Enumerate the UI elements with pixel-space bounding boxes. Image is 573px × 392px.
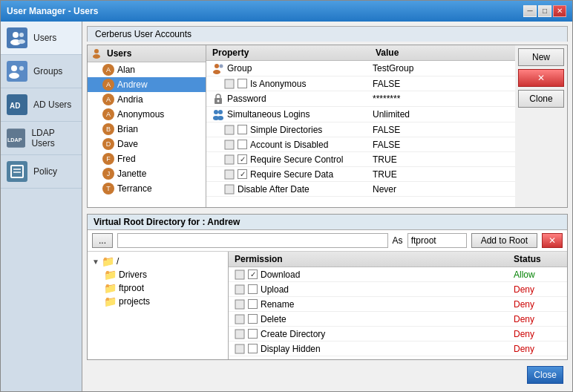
user-list-scroll[interactable]: A Alan A Andrew A Andria A (88, 62, 206, 207)
svg-point-7 (9, 73, 19, 79)
sidebar-item-ldap-users[interactable]: LDAP LDAP Users (1, 122, 82, 155)
remove-root-icon: ✕ (549, 235, 556, 246)
prop-name-group: Group (206, 61, 370, 76)
sidebar-item-ad-users[interactable]: AD AD Users (1, 88, 82, 122)
svg-rect-35 (235, 285, 244, 294)
prop-row-secure-control: Require Secure Control TRUE (206, 152, 515, 167)
prop-row-simple-dirs: Simple Directories FALSE (206, 122, 515, 137)
property-col-header: Property (206, 48, 370, 58)
main-window: User Manager - Users ─ □ ✕ Users (0, 0, 573, 392)
sidebar-label-users: Users (33, 33, 56, 43)
left-sidebar: Users Groups AD AD Users (1, 22, 82, 391)
avatar: J (102, 168, 114, 180)
clone-button[interactable]: Clone (518, 90, 564, 108)
svg-rect-39 (235, 344, 244, 353)
user-list-container: Users A Alan A Andrew A Andri (88, 45, 206, 207)
users-icon (7, 27, 27, 48)
title-bar-controls: ─ □ ✕ (523, 5, 566, 17)
prop-name-simple-dirs: Simple Directories (206, 123, 370, 137)
browse-button[interactable]: ... (92, 233, 113, 248)
tree-label-ftproot: ftproot (119, 283, 144, 293)
delete-icon: ✕ (537, 73, 545, 83)
sidebar-item-users[interactable]: Users (1, 22, 82, 55)
right-buttons: New ✕ Clone (515, 45, 567, 207)
list-item[interactable]: A Andria (88, 92, 206, 107)
prop-name-anonymous: Is Anonymous (206, 77, 370, 91)
prop-icon-secure-data (224, 169, 235, 180)
checkbox-upload[interactable] (248, 284, 258, 294)
tree-item-root[interactable]: ▼ 📁 / (91, 255, 225, 268)
perm-name-rename: Rename (229, 298, 508, 311)
perm-name-download: Download (229, 268, 508, 281)
prop-value-disable-date: Never (370, 183, 515, 196)
tree-label-drivers: Drivers (119, 270, 147, 280)
checkbox-create-dir[interactable] (248, 329, 258, 339)
path-input[interactable] (117, 233, 388, 248)
svg-rect-22 (225, 79, 234, 88)
close-button[interactable]: Close (527, 366, 563, 384)
perm-name-upload: Upload (229, 283, 508, 296)
prop-row-secure-data: Require Secure Data TRUE (206, 167, 515, 182)
svg-point-20 (213, 70, 220, 74)
prop-icon-simpledir (224, 125, 235, 135)
tree-item-ftproot[interactable]: 📁 ftproot (102, 281, 225, 295)
checkbox-display-hidden[interactable] (248, 344, 258, 353)
svg-text:AD: AD (10, 102, 20, 110)
checkbox-delete[interactable] (248, 314, 258, 324)
checkbox-secure-control[interactable] (238, 154, 247, 164)
prop-value-secure-control: TRUE (370, 153, 515, 166)
new-button[interactable]: New (518, 48, 564, 66)
add-root-button[interactable]: Add to Root (471, 233, 537, 248)
checkbox-download[interactable] (248, 270, 258, 279)
ad-icon: AD (7, 94, 27, 115)
bottom-bar: Close (87, 363, 568, 387)
users-list-icon (92, 48, 104, 59)
list-item[interactable]: A Andrew (88, 77, 206, 92)
sidebar-label-ldap: LDAP Users (31, 128, 76, 148)
svg-point-21 (220, 65, 223, 68)
list-item[interactable]: T Terrance (88, 181, 206, 196)
list-item[interactable]: A Alan (88, 62, 206, 77)
window-close-button[interactable]: ✕ (553, 5, 566, 17)
delete-button[interactable]: ✕ (518, 69, 564, 87)
checkbox-disabled[interactable] (238, 140, 247, 149)
tree-item-drivers[interactable]: 📁 Drivers (102, 268, 225, 281)
sidebar-item-policy[interactable]: Policy (1, 155, 82, 189)
avatar: A (102, 64, 114, 76)
list-item[interactable]: B Brian (88, 122, 206, 137)
prop-name-password: Password (206, 91, 370, 106)
prop-name-logins: Simultaneous Logins (206, 107, 370, 122)
checkbox-anonymous[interactable] (238, 79, 247, 88)
maximize-button[interactable]: □ (538, 5, 551, 17)
avatar: A (102, 94, 114, 105)
prop-value-disabled: FALSE (370, 138, 515, 151)
svg-point-18 (93, 54, 100, 59)
remove-root-button[interactable]: ✕ (542, 233, 563, 248)
checkbox-simple-dirs[interactable] (238, 125, 247, 134)
prop-icon-disabled (224, 140, 235, 150)
as-label: As (393, 235, 403, 246)
svg-point-28 (217, 116, 223, 120)
perm-icon-download (235, 270, 245, 280)
prop-value-anonymous: FALSE (370, 77, 515, 91)
perm-icon-rename (235, 299, 245, 310)
prop-row-anonymous: Is Anonymous FALSE (206, 76, 515, 91)
checkbox-rename[interactable] (248, 299, 258, 309)
list-item[interactable]: D Dave (88, 137, 206, 151)
perm-name-display-hidden: Display Hidden (229, 342, 508, 356)
minimize-button[interactable]: ─ (523, 5, 537, 17)
as-input[interactable] (407, 233, 467, 248)
list-item[interactable]: A Anonymous (88, 107, 206, 122)
prop-value-group: TestGroup (370, 62, 515, 75)
svg-point-1 (13, 32, 19, 38)
prop-row-disable-date: Disable After Date Never (206, 182, 515, 197)
tree-label-root: / (117, 256, 119, 267)
group-prop-icon (212, 62, 224, 74)
checkbox-secure-data[interactable] (238, 169, 247, 179)
tree-item-projects[interactable]: 📁 projects (102, 295, 225, 308)
list-item[interactable]: J Janette (88, 166, 206, 181)
sidebar-item-groups[interactable]: Groups (1, 55, 82, 88)
list-item[interactable]: F Fred (88, 151, 206, 166)
sidebar-label-policy: Policy (33, 166, 57, 177)
tab-cerberus[interactable]: Cerberus User Accounts (87, 26, 568, 42)
